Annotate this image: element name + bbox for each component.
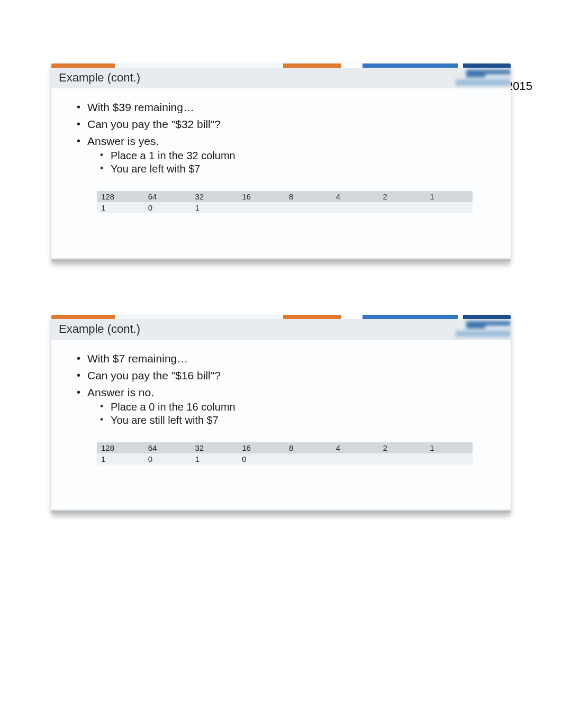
col-8: 8 <box>285 191 332 202</box>
val-1 <box>425 202 473 213</box>
table-header-row: 128 64 32 16 8 4 2 1 <box>97 442 473 453</box>
col-1: 1 <box>425 191 473 202</box>
col-4: 4 <box>332 442 379 453</box>
col-32: 32 <box>191 191 238 202</box>
slide-title: Example (cont.) <box>51 68 511 88</box>
slide-2: Example (cont.) With $7 remaining… Can y… <box>51 315 511 513</box>
sub-bullet: Place a 1 in the 32 column <box>100 150 488 162</box>
sub-bullet: You are still left with $7 <box>100 414 488 426</box>
val-32: 1 <box>191 202 238 213</box>
val-1 <box>425 453 473 465</box>
bullet: Can you pay the "$32 bill"? <box>76 118 488 131</box>
val-2 <box>379 453 426 465</box>
table-value-row: 1 0 1 0 <box>97 453 473 465</box>
col-2: 2 <box>379 442 426 453</box>
slide-top-accent <box>51 315 511 319</box>
bullet: With $39 remaining… <box>76 101 488 114</box>
slide-1: Example (cont.) With $39 remaining… Can … <box>51 63 511 262</box>
bullet-text: Answer is yes. <box>87 135 159 147</box>
col-1: 1 <box>425 442 473 453</box>
val-128: 1 <box>97 202 144 213</box>
col-16: 16 <box>238 442 285 453</box>
slide-title: Example (cont.) <box>51 319 511 340</box>
col-64: 64 <box>144 191 191 202</box>
binary-table: 128 64 32 16 8 4 2 1 1 0 1 <box>97 191 473 213</box>
val-4 <box>332 202 379 213</box>
val-64: 0 <box>144 453 191 465</box>
sub-bullet: You are left with $7 <box>100 163 488 175</box>
col-64: 64 <box>144 442 191 453</box>
bullet: With $7 remaining… <box>76 352 488 365</box>
val-16 <box>238 202 285 213</box>
col-8: 8 <box>285 442 332 453</box>
col-2: 2 <box>379 191 426 202</box>
val-16: 0 <box>238 453 285 465</box>
val-32: 1 <box>191 453 238 465</box>
table-value-row: 1 0 1 <box>97 202 473 213</box>
bullet-text: Answer is no. <box>87 386 154 398</box>
sub-bullet: Place a 0 in the 16 column <box>100 401 488 413</box>
bullet: Answer is no. Place a 0 in the 16 column… <box>76 386 488 426</box>
slide-bottom-edge <box>51 259 511 262</box>
col-16: 16 <box>238 191 285 202</box>
bullet: Can you pay the "$16 bill"? <box>76 369 488 382</box>
col-128: 128 <box>97 442 144 453</box>
val-4 <box>332 453 379 465</box>
bullet: Answer is yes. Place a 1 in the 32 colum… <box>76 135 488 175</box>
slide-bottom-edge <box>51 510 511 513</box>
col-32: 32 <box>191 442 238 453</box>
binary-table: 128 64 32 16 8 4 2 1 1 0 1 0 <box>97 442 473 465</box>
val-8 <box>285 202 332 213</box>
val-8 <box>285 453 332 465</box>
val-64: 0 <box>144 202 191 213</box>
col-128: 128 <box>97 191 144 202</box>
page: 10/20/2015 Example (cont.) With $39 rema… <box>0 63 562 728</box>
slide-body: With $39 remaining… Can you pay the "$32… <box>51 88 511 259</box>
slide-body: With $7 remaining… Can you pay the "$16 … <box>51 340 511 510</box>
col-4: 4 <box>332 191 379 202</box>
val-128: 1 <box>97 453 144 465</box>
val-2 <box>379 202 426 213</box>
slide-top-accent <box>51 63 511 68</box>
table-header-row: 128 64 32 16 8 4 2 1 <box>97 191 473 202</box>
